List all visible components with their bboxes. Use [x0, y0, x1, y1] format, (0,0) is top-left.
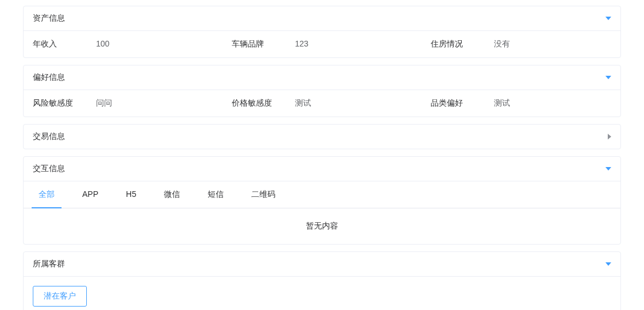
chevron-down-icon	[605, 17, 611, 20]
field-label: 车辆品牌	[232, 39, 295, 49]
panel-title-transaction: 交易信息	[33, 131, 65, 142]
tab-wechat[interactable]: 微信	[150, 181, 194, 208]
segment-tag-area: 潜在客户	[24, 277, 620, 310]
field-price-sensitivity: 价格敏感度 测试	[223, 90, 421, 117]
panel-transaction-info: 交易信息	[23, 124, 621, 149]
panel-interaction-info: 交互信息 全部 APP H5 微信 短信 二维码 暂无内容	[23, 156, 621, 245]
segment-tag-potential-customer[interactable]: 潜在客户	[33, 286, 87, 307]
tab-all[interactable]: 全部	[25, 181, 68, 208]
field-value: 123	[295, 39, 308, 49]
field-value: 没有	[494, 39, 510, 49]
field-value: 问问	[96, 98, 112, 108]
tab-sms[interactable]: 短信	[194, 181, 237, 208]
panel-header-interaction[interactable]: 交互信息	[24, 157, 620, 181]
field-housing: 住房情况 没有	[421, 31, 620, 57]
field-value: 测试	[295, 98, 311, 108]
field-car-brand: 车辆品牌 123	[223, 31, 421, 57]
chevron-right-icon	[608, 134, 611, 140]
field-annual-income: 年收入 100	[24, 31, 223, 57]
tab-h5[interactable]: H5	[112, 181, 150, 208]
panel-title-interaction: 交互信息	[33, 164, 65, 174]
field-value: 测试	[494, 98, 510, 108]
panel-header-asset[interactable]: 资产信息	[24, 6, 620, 31]
panel-title-asset: 资产信息	[33, 13, 65, 24]
field-risk-sensitivity: 风险敏感度 问问	[24, 90, 223, 117]
tab-qrcode[interactable]: 二维码	[237, 181, 289, 208]
field-value: 100	[96, 39, 109, 49]
field-label: 价格敏感度	[232, 98, 295, 108]
panel-body-preference: 风险敏感度 问问 价格敏感度 测试 品类偏好 测试	[24, 90, 620, 117]
field-label: 年收入	[33, 39, 96, 49]
field-category-preference: 品类偏好 测试	[421, 90, 620, 117]
panel-header-transaction[interactable]: 交易信息	[24, 125, 620, 149]
panel-title-preference: 偏好信息	[33, 72, 65, 83]
panel-preference-info: 偏好信息 风险敏感度 问问 价格敏感度 测试 品类偏好 测试	[23, 65, 621, 117]
panel-header-preference[interactable]: 偏好信息	[24, 65, 620, 90]
interaction-tabs: 全部 APP H5 微信 短信 二维码	[24, 181, 620, 208]
chevron-down-icon	[605, 262, 611, 266]
tab-app[interactable]: APP	[68, 181, 112, 208]
panel-asset-info: 资产信息 年收入 100 车辆品牌 123 住房情况 没有	[23, 6, 621, 58]
field-label: 品类偏好	[431, 98, 494, 108]
chevron-down-icon	[605, 167, 611, 170]
panel-title-segment: 所属客群	[33, 259, 65, 269]
panel-body-asset: 年收入 100 车辆品牌 123 住房情况 没有	[24, 31, 620, 57]
interaction-empty-text: 暂无内容	[24, 208, 620, 244]
chevron-down-icon	[605, 76, 611, 79]
panel-customer-segment: 所属客群 潜在客户	[23, 251, 621, 310]
panel-header-segment[interactable]: 所属客群	[24, 252, 620, 277]
field-label: 风险敏感度	[33, 98, 96, 108]
field-label: 住房情况	[431, 39, 494, 49]
